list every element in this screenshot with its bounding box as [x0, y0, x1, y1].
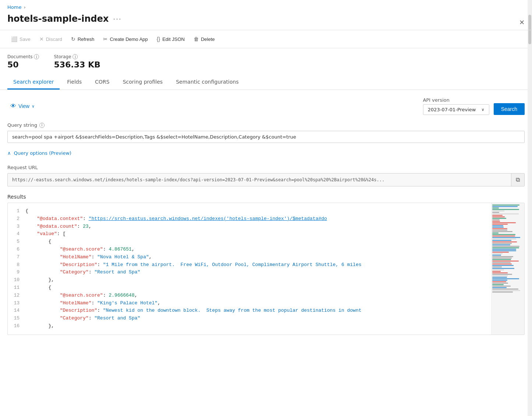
tabs-row: Search explorerFieldsCORSScoring profile…	[0, 75, 532, 90]
stats-row: Documents i 50 Storage i 536.33 KB	[0, 48, 532, 75]
code-area[interactable]: 1{2 "@odata.context": "https://srch-east…	[8, 203, 491, 335]
json-brace: :	[89, 269, 95, 275]
refresh-button[interactable]: ↻ Refresh	[67, 34, 98, 44]
code-line: 13 "HotelName": "King's Palace Hotel",	[8, 300, 491, 307]
tab-scoring-profiles[interactable]: Scoring profiles	[117, 75, 169, 90]
copy-url-button[interactable]: ⧉	[511, 174, 524, 186]
api-version-section: API version 2023-07-01-Preview ∨ Search	[423, 97, 525, 115]
code-line: 1{	[8, 207, 491, 215]
json-brace: :	[83, 216, 89, 221]
code-line: 10 },	[8, 276, 491, 284]
json-string: "1 Mile from the airport. Free WiFi, Out…	[103, 262, 362, 268]
url-box: https://-eastus.search.windows.net/index…	[7, 173, 525, 186]
json-key: "Description"	[60, 262, 97, 268]
line-number: 16	[8, 322, 25, 330]
json-string: "King's Palace Hotel"	[97, 300, 158, 306]
breadcrumb-home[interactable]: Home	[7, 4, 21, 10]
json-key: "Category"	[60, 315, 89, 321]
vertical-scrollbar[interactable]	[528, 0, 532, 416]
refresh-icon: ↻	[71, 36, 75, 42]
minimap-line	[492, 234, 515, 235]
view-button[interactable]: 👁 View ∨	[7, 101, 38, 111]
copy-icon: ⧉	[516, 176, 520, 183]
discard-button[interactable]: ✕ Discard	[36, 34, 66, 44]
toolbar: ⬜ Save ✕ Discard ↻ Refresh ✂ Create Demo…	[0, 30, 532, 48]
close-button[interactable]: ✕	[519, 18, 525, 27]
line-content: "HotelName": "King's Palace Hotel",	[25, 300, 491, 307]
query-info-icon[interactable]: i	[39, 123, 45, 128]
json-brace	[25, 300, 60, 306]
line-number: 5	[8, 238, 25, 246]
line-content: "HotelName": "Nova Hotel & Spa",	[25, 254, 491, 261]
save-button[interactable]: ⬜ Save	[7, 34, 34, 44]
code-line: 15 "Category": "Resort and Spa"	[8, 315, 491, 322]
line-content: {	[25, 207, 491, 215]
minimap-line	[492, 262, 511, 263]
minimap-line	[492, 221, 500, 222]
query-options-row[interactable]: ∧ Query options (Preview)	[7, 149, 525, 157]
results-inner: 1{2 "@odata.context": "https://srch-east…	[8, 203, 524, 335]
json-key: "@odata.context"	[37, 216, 83, 221]
documents-info-icon[interactable]: i	[34, 54, 39, 59]
line-number: 12	[8, 292, 25, 300]
tab-fields[interactable]: Fields	[61, 75, 88, 90]
minimap-line	[492, 291, 513, 293]
line-number: 15	[8, 315, 25, 322]
query-options-chevron-icon: ∧	[7, 150, 11, 156]
api-version-select[interactable]: 2023-07-01-Preview ∨	[423, 104, 489, 115]
discard-icon: ✕	[39, 36, 44, 42]
minimap-line	[492, 216, 505, 217]
json-brace: ,	[132, 247, 135, 252]
api-version-label: API version	[423, 97, 489, 103]
minimap-line	[492, 286, 511, 287]
json-key: "HotelName"	[60, 300, 92, 306]
line-number: 2	[8, 215, 25, 223]
json-link[interactable]: "https://srch-eastus.search.windows.net/…	[89, 216, 327, 221]
edit-json-icon: {}	[157, 36, 160, 42]
json-brace: :	[91, 254, 97, 260]
storage-stat: Storage i 536.33 KB	[54, 54, 100, 69]
breadcrumb-sep: ›	[24, 4, 25, 10]
minimap-line	[492, 219, 500, 220]
minimap-line	[492, 222, 516, 223]
create-demo-app-button[interactable]: ✂ Create Demo App	[99, 34, 151, 44]
json-brace	[25, 254, 60, 260]
tab-semantic-configurations[interactable]: Semantic configurations	[170, 75, 244, 90]
json-brace: :	[77, 224, 83, 229]
storage-info-icon[interactable]: i	[73, 54, 78, 59]
minimap-line	[492, 243, 512, 244]
json-brace: {	[48, 285, 51, 290]
api-version-container: API version 2023-07-01-Preview ∨	[423, 97, 489, 115]
json-number: 23	[83, 224, 89, 229]
minimap-line	[492, 280, 507, 281]
code-line: 4 "value": [	[8, 230, 491, 238]
json-number: 4.867651	[109, 247, 131, 252]
json-string: "Newest kid on the downtown block. Steps…	[103, 308, 362, 313]
minimap-line	[492, 290, 520, 291]
url-text: https://-eastus.search.windows.net/index…	[8, 174, 511, 185]
code-line: 12 "@search.score": 2.9666648,	[8, 292, 491, 300]
json-brace: :	[103, 247, 109, 252]
tab-cors[interactable]: CORS	[89, 75, 115, 90]
json-brace	[25, 315, 60, 321]
edit-json-button[interactable]: {} Edit JSON	[153, 34, 189, 44]
delete-button[interactable]: 🗑 Delete	[190, 34, 219, 44]
minimap-line	[492, 225, 503, 226]
minimap-line	[492, 207, 499, 209]
minimap-line	[492, 268, 514, 269]
json-brace: :	[97, 308, 103, 313]
line-number: 14	[8, 307, 25, 315]
minimap-line	[492, 210, 504, 212]
tab-search-explorer[interactable]: Search explorer	[7, 75, 60, 90]
minimap-line	[492, 281, 506, 282]
json-brace: :	[97, 262, 103, 268]
search-button[interactable]: Search	[494, 103, 525, 115]
minimap-line	[492, 244, 510, 245]
json-string: "Resort and Spa"	[94, 269, 140, 275]
minimap-line	[492, 266, 502, 268]
query-input[interactable]	[7, 131, 525, 143]
title-menu-btn[interactable]: ···	[113, 15, 121, 23]
minimap-line	[492, 271, 501, 272]
main-content: 👁 View ∨ API version 2023-07-01-Preview …	[0, 90, 532, 342]
json-brace: },	[48, 323, 54, 329]
